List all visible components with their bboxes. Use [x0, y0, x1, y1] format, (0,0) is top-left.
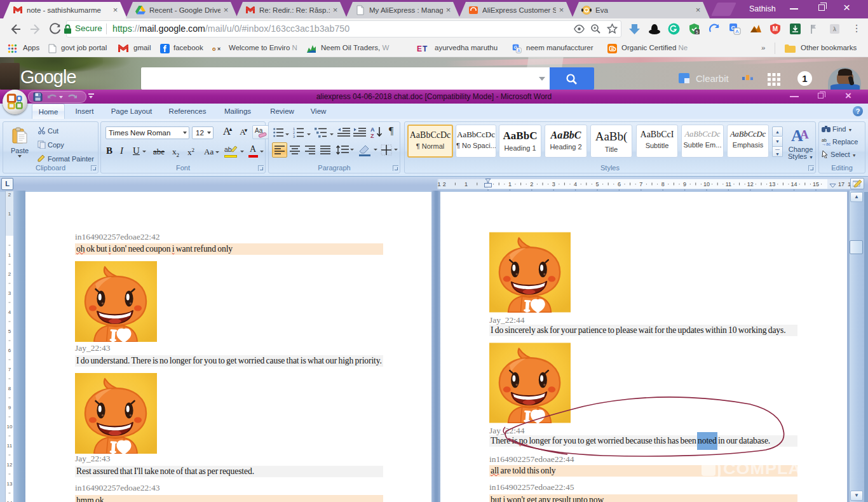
svg-text:7: 7 — [639, 181, 642, 187]
svg-text:6: 6 — [8, 348, 11, 353]
svg-text:5: 5 — [595, 181, 599, 187]
svg-text:o: o — [212, 46, 216, 52]
svg-text:2: 2 — [530, 181, 533, 187]
svg-text:5: 5 — [8, 329, 11, 334]
svg-text:9: 9 — [683, 181, 686, 187]
svg-text:11: 11 — [7, 443, 13, 449]
svg-text:12: 12 — [7, 462, 13, 468]
svg-text:1: 1 — [8, 252, 11, 258]
svg-text:17: 17 — [838, 181, 844, 187]
svg-text:3: 3 — [552, 181, 555, 187]
svg-text:E: E — [417, 44, 422, 53]
svg-text:9: 9 — [8, 405, 11, 410]
svg-text:15: 15 — [813, 181, 819, 187]
svg-text:13: 13 — [769, 181, 775, 187]
svg-text:1: 1 — [437, 181, 440, 187]
svg-text:8: 8 — [661, 181, 665, 187]
svg-text:12: 12 — [747, 181, 754, 187]
svg-text:14: 14 — [791, 181, 797, 187]
svg-text:1: 1 — [8, 211, 11, 217]
svg-text:λ: λ — [833, 26, 836, 32]
svg-text:2: 2 — [443, 181, 446, 187]
svg-text:A: A — [370, 126, 375, 133]
svg-text:M: M — [773, 25, 778, 32]
svg-text:T: T — [423, 44, 428, 53]
svg-text:13: 13 — [7, 481, 13, 487]
svg-text:1: 1 — [508, 181, 512, 187]
svg-text:→ac: →ac — [822, 142, 831, 146]
svg-text:×: × — [217, 46, 220, 52]
svg-text:A: A — [800, 128, 809, 141]
svg-text:6: 6 — [618, 181, 621, 187]
svg-text:7: 7 — [8, 367, 11, 372]
svg-text:8: 8 — [8, 386, 11, 391]
svg-text:Z: Z — [370, 133, 374, 139]
svg-text:A: A — [735, 29, 739, 34]
svg-text:3: 3 — [293, 135, 295, 139]
svg-text:4: 4 — [8, 309, 11, 315]
svg-text:1: 1 — [465, 181, 468, 187]
svg-text:10: 10 — [7, 424, 13, 430]
svg-text:2: 2 — [8, 271, 11, 277]
svg-text:10: 10 — [703, 181, 710, 187]
svg-text:2: 2 — [8, 192, 11, 198]
svg-text:4: 4 — [574, 181, 577, 187]
svg-text:3: 3 — [8, 290, 11, 296]
svg-text:5: 5 — [696, 30, 698, 34]
svg-text:11: 11 — [726, 181, 731, 187]
